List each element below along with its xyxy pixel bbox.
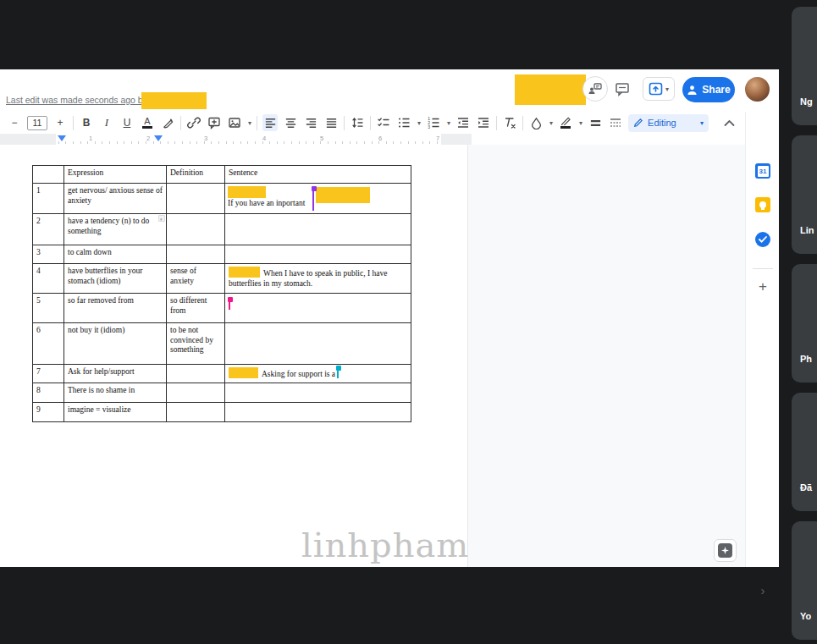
row-number-cell[interactable]: 8: [33, 383, 64, 403]
row-number-cell[interactable]: 3: [33, 245, 64, 264]
vocabulary-table[interactable]: Expression Definition Sentence 1 get ner…: [32, 165, 411, 422]
expression-cell[interactable]: imagine = visualize: [64, 403, 167, 422]
document-page[interactable]: Expression Definition Sentence 1 get ner…: [0, 145, 468, 567]
hide-menus-button[interactable]: [719, 114, 739, 131]
comment-history-button[interactable]: [611, 79, 633, 99]
definition-cell[interactable]: sense of anxiety: [167, 264, 225, 294]
expression-cell[interactable]: There is no shame in: [64, 383, 167, 403]
indent-marker[interactable]: [154, 135, 163, 141]
definition-cell[interactable]: so different from: [167, 294, 225, 323]
comment-marker-icon[interactable]: [158, 215, 165, 222]
meet-presentation-button[interactable]: [582, 76, 608, 102]
line-spacing-button[interactable]: [350, 114, 365, 131]
sentence-cell[interactable]: [225, 214, 411, 245]
participant-tile[interactable]: Đã: [792, 393, 817, 511]
expression-cell[interactable]: Ask for help/support: [64, 365, 167, 383]
sentence-cell[interactable]: [225, 294, 411, 323]
row-number-cell[interactable]: 6: [33, 323, 64, 365]
definition-cell[interactable]: [167, 184, 225, 214]
sentence-cell[interactable]: [225, 403, 411, 422]
sentence-cell[interactable]: When I have to speak in public, I have b…: [225, 264, 411, 294]
account-avatar[interactable]: [745, 77, 770, 102]
sentence-cell[interactable]: [225, 245, 411, 264]
link-icon: [187, 116, 201, 129]
row-number-cell[interactable]: 4: [33, 264, 64, 294]
row-number-cell[interactable]: 9: [33, 403, 64, 422]
mode-selector[interactable]: Editing ▾: [628, 114, 709, 132]
checklist-button[interactable]: [376, 114, 391, 131]
align-left-button[interactable]: [262, 114, 278, 131]
bulleted-list-button[interactable]: [396, 114, 411, 131]
expression-cell[interactable]: so far removed from: [64, 294, 167, 323]
header-cell[interactable]: [33, 166, 64, 184]
justify-button[interactable]: [323, 114, 339, 131]
last-edit-link[interactable]: Last edit was made seconds ago by: [6, 95, 147, 105]
clear-formatting-button[interactable]: [502, 114, 517, 131]
participant-tile[interactable]: Ng: [792, 7, 817, 125]
expression-cell[interactable]: to calm down: [64, 245, 167, 264]
table-row: 2 have a tendency (n) to do something: [33, 214, 411, 245]
highlighter-icon: [162, 117, 174, 129]
header-cell[interactable]: Sentence: [225, 166, 411, 184]
underline-button[interactable]: U: [119, 114, 135, 131]
font-size-increase-button[interactable]: +: [52, 114, 68, 131]
insert-link-button[interactable]: [186, 114, 201, 131]
header-cell[interactable]: Definition: [167, 166, 225, 184]
row-number-cell[interactable]: 2: [33, 214, 64, 245]
border-width-button[interactable]: [588, 114, 603, 131]
table-border-button[interactable]: [608, 114, 623, 131]
participant-tile[interactable]: Lin: [792, 135, 817, 254]
present-to-meeting-button[interactable]: ▾: [643, 77, 675, 101]
share-button[interactable]: Share: [682, 77, 735, 102]
row-number-cell[interactable]: 7: [33, 365, 64, 383]
expression-cell[interactable]: get nervous/ anxious sense of anxiety: [64, 184, 167, 214]
tasks-icon[interactable]: [755, 232, 770, 247]
get-addons-button[interactable]: +: [754, 278, 771, 295]
hide-side-panel-button[interactable]: ›: [754, 582, 771, 599]
expression-cell[interactable]: have butterflies in your stomach (idiom): [64, 264, 167, 294]
increase-indent-button[interactable]: [476, 114, 491, 131]
indent-marker[interactable]: [58, 135, 66, 141]
row-number-cell[interactable]: 1: [33, 184, 64, 214]
definition-cell[interactable]: to be not convinced by something: [167, 323, 225, 365]
align-center-button[interactable]: [283, 114, 298, 131]
expression-cell[interactable]: have a tendency (n) to do something: [64, 214, 167, 245]
definition-cell[interactable]: [167, 365, 225, 383]
chevron-down-icon[interactable]: ▾: [417, 119, 421, 127]
definition-cell[interactable]: [167, 245, 225, 264]
table-row: 4 have butterflies in your stomach (idio…: [33, 264, 411, 294]
definition-cell[interactable]: [167, 383, 225, 403]
expression-cell[interactable]: not buy it (idiom): [64, 323, 167, 365]
chevron-down-icon[interactable]: ▾: [549, 119, 553, 127]
font-size-input[interactable]: 11: [27, 116, 47, 130]
align-right-button[interactable]: [303, 114, 318, 131]
header-cell[interactable]: Expression: [64, 166, 167, 184]
expression-text: have a tendency (n) to do something: [68, 217, 149, 235]
highlight-color-button[interactable]: [160, 114, 175, 131]
definition-cell[interactable]: [167, 403, 225, 422]
participant-tile[interactable]: Ph: [792, 264, 817, 383]
text-color-button[interactable]: A: [140, 114, 155, 131]
chevron-down-icon[interactable]: ▾: [447, 119, 450, 127]
calendar-icon[interactable]: 31: [755, 163, 770, 179]
bold-button[interactable]: B: [79, 114, 94, 131]
sentence-cell[interactable]: [225, 323, 411, 365]
row-number-cell[interactable]: 5: [33, 294, 64, 323]
italic-button[interactable]: I: [99, 114, 114, 131]
definition-cell[interactable]: [167, 214, 225, 245]
chevron-down-icon[interactable]: ▾: [248, 119, 251, 127]
font-size-decrease-button[interactable]: −: [7, 114, 22, 131]
sentence-cell[interactable]: [225, 383, 411, 403]
gemini-button[interactable]: [714, 539, 737, 562]
insert-image-button[interactable]: [227, 114, 242, 131]
numbered-list-button[interactable]: 1 2 3: [426, 114, 441, 131]
keep-icon[interactable]: [755, 197, 770, 212]
decrease-indent-button[interactable]: [455, 114, 471, 131]
participant-tile[interactable]: Yo: [792, 521, 817, 640]
fill-color-button[interactable]: [528, 114, 544, 131]
chevron-down-icon[interactable]: ▾: [579, 119, 582, 127]
pen-color-button[interactable]: [558, 114, 573, 131]
sentence-cell[interactable]: Asking for support is a: [225, 365, 411, 383]
add-comment-button[interactable]: [207, 114, 222, 131]
sentence-cell[interactable]: If you have an inportant: [225, 184, 411, 214]
